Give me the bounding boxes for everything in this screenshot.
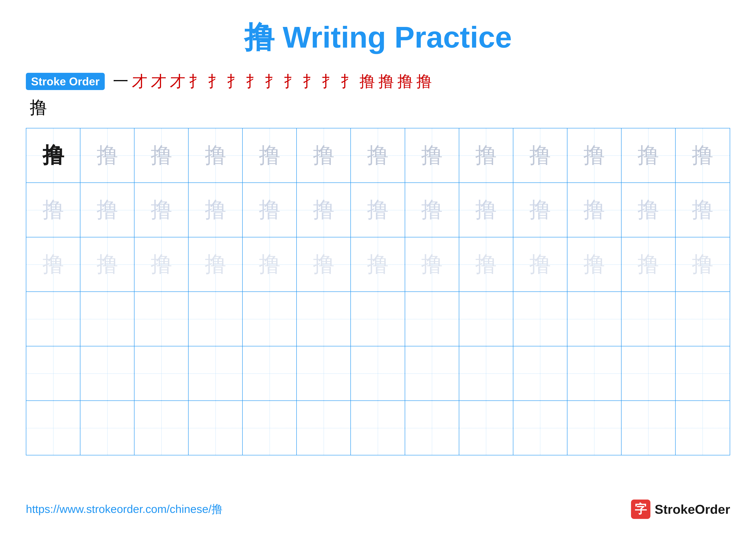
logo-char: 字	[635, 501, 647, 518]
grid-cell-1-2: 撸	[80, 128, 134, 183]
grid-cell-5-5	[243, 346, 297, 400]
grid-cell-1-1: 撸	[26, 128, 80, 183]
grid-cell-6-6	[297, 401, 351, 455]
char-light: 撸	[421, 195, 443, 224]
char-light: 撸	[42, 195, 64, 224]
grid-cell-3-6: 撸	[297, 237, 351, 292]
grid-cell-6-5	[243, 401, 297, 455]
footer: https://www.strokeorder.com/chinese/撸 字 …	[26, 499, 730, 519]
char-light: 撸	[529, 250, 551, 279]
stroke-char-9: 扌	[284, 71, 299, 92]
grid-row-3: 撸 撸 撸 撸 撸 撸 撸 撸 撸 撸 撸 撸 撸	[26, 237, 730, 292]
stroke-char-11: 扌	[322, 71, 337, 92]
char-light: 撸	[583, 141, 605, 170]
grid-cell-2-3: 撸	[134, 183, 189, 237]
char-light: 撸	[150, 195, 172, 224]
page: 撸 Writing Practice Stroke Order 一 才 才 才 …	[0, 0, 756, 534]
grid-cell-1-7: 撸	[351, 128, 405, 183]
grid-cell-5-8	[405, 346, 459, 400]
grid-cell-2-11: 撸	[567, 183, 622, 237]
char-light: 撸	[205, 250, 226, 279]
grid-cell-5-11	[567, 346, 622, 400]
char-light: 撸	[150, 141, 172, 170]
grid-cell-4-7	[351, 292, 405, 346]
grid-cell-2-5: 撸	[243, 183, 297, 237]
grid-cell-2-6: 撸	[297, 183, 351, 237]
stroke-char-1: 才	[132, 71, 148, 92]
grid-cell-4-12	[622, 292, 676, 346]
grid-cell-2-9: 撸	[459, 183, 513, 237]
grid-cell-3-1: 撸	[26, 237, 80, 292]
grid-cell-4-5	[243, 292, 297, 346]
grid-cell-1-9: 撸	[459, 128, 513, 183]
grid-cell-6-4	[189, 401, 243, 455]
grid-cell-3-13: 撸	[676, 237, 730, 292]
grid-cell-3-10: 撸	[513, 237, 567, 292]
grid-row-4	[26, 292, 730, 346]
grid-cell-2-10: 撸	[513, 183, 567, 237]
stroke-char-5: 扌	[208, 71, 223, 92]
grid-cell-1-13: 撸	[676, 128, 730, 183]
char-light: 撸	[96, 195, 118, 224]
char-light: 撸	[421, 250, 443, 279]
grid-cell-2-12: 撸	[622, 183, 676, 237]
char-light: 撸	[637, 195, 659, 224]
char-light: 撸	[475, 195, 497, 224]
strokeorder-logo-icon: 字	[631, 499, 650, 519]
stroke-char-16: 撸	[417, 71, 432, 92]
char-light: 撸	[313, 195, 335, 224]
grid-cell-3-2: 撸	[80, 237, 134, 292]
char-light: 撸	[367, 195, 389, 224]
stroke-order-row: Stroke Order 一 才 才 才 扌 扌 扌 扌 扌 扌 扌 扌 扌 撸…	[26, 71, 730, 92]
grid-cell-6-13	[676, 401, 730, 455]
char-light: 撸	[692, 195, 713, 224]
char-light: 撸	[313, 250, 335, 279]
grid-cell-1-8: 撸	[405, 128, 459, 183]
grid-cell-1-4: 撸	[189, 128, 243, 183]
grid-cell-4-4	[189, 292, 243, 346]
grid-cell-5-6	[297, 346, 351, 400]
grid-cell-5-13	[676, 346, 730, 400]
footer-logo-text: StrokeOrder	[655, 502, 730, 517]
grid-row-5	[26, 346, 730, 401]
grid-cell-3-3: 撸	[134, 237, 189, 292]
grid-cell-3-5: 撸	[243, 237, 297, 292]
grid-cell-2-7: 撸	[351, 183, 405, 237]
stroke-char-14: 撸	[378, 71, 394, 92]
char-light: 撸	[529, 195, 551, 224]
grid-cell-1-11: 撸	[567, 128, 622, 183]
grid-cell-1-6: 撸	[297, 128, 351, 183]
page-title: 撸 Writing Practice	[26, 17, 730, 58]
char-light: 撸	[205, 141, 226, 170]
grid-cell-3-8: 撸	[405, 237, 459, 292]
grid-cell-3-12: 撸	[622, 237, 676, 292]
grid-cell-4-6	[297, 292, 351, 346]
grid-cell-1-10: 撸	[513, 128, 567, 183]
grid-row-6	[26, 401, 730, 455]
grid-cell-4-10	[513, 292, 567, 346]
grid-cell-2-8: 撸	[405, 183, 459, 237]
grid-cell-5-7	[351, 346, 405, 400]
grid-cell-6-8	[405, 401, 459, 455]
grid-cell-3-7: 撸	[351, 237, 405, 292]
grid-cell-4-9	[459, 292, 513, 346]
grid-cell-5-4	[189, 346, 243, 400]
grid-cell-6-11	[567, 401, 622, 455]
char-light: 撸	[205, 195, 226, 224]
char-light: 撸	[150, 250, 172, 279]
grid-cell-1-3: 撸	[134, 128, 189, 183]
char-light: 撸	[259, 141, 281, 170]
grid-cell-6-10	[513, 401, 567, 455]
footer-url: https://www.strokeorder.com/chinese/撸	[26, 502, 223, 517]
stroke-order-badge: Stroke Order	[26, 73, 105, 90]
footer-logo: 字 StrokeOrder	[631, 499, 730, 519]
grid-cell-5-9	[459, 346, 513, 400]
grid-cell-5-1	[26, 346, 80, 400]
char-light: 撸	[259, 250, 281, 279]
char-light: 撸	[637, 250, 659, 279]
grid-cell-4-8	[405, 292, 459, 346]
grid-cell-2-13: 撸	[676, 183, 730, 237]
grid-cell-4-1	[26, 292, 80, 346]
grid-row-2: 撸 撸 撸 撸 撸 撸 撸 撸 撸 撸 撸 撸 撸	[26, 183, 730, 237]
char-light: 撸	[583, 195, 605, 224]
